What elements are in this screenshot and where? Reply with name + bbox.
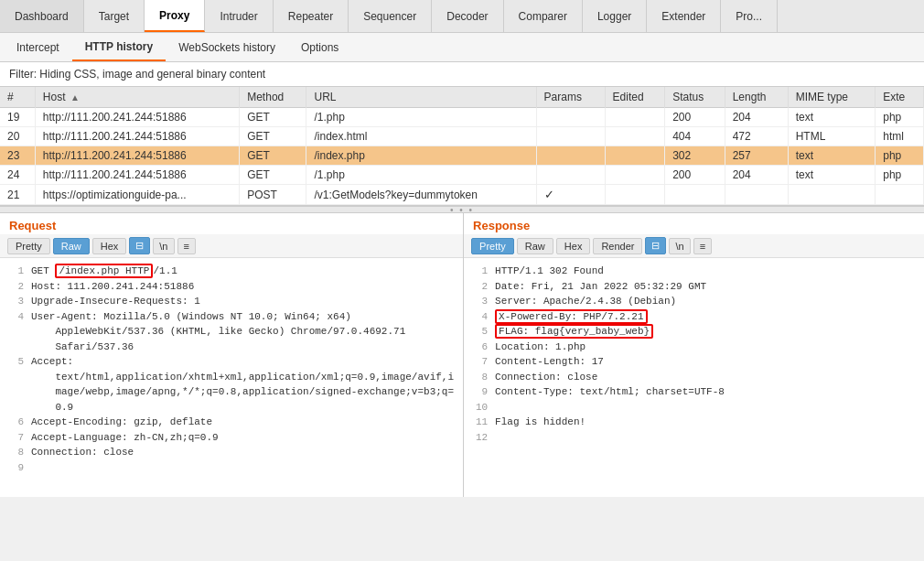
table-cell-col-4 xyxy=(536,127,605,146)
resp-line-num-10: 10 xyxy=(473,400,488,415)
subnav-http-history[interactable]: HTTP history xyxy=(72,33,166,61)
table-row[interactable]: 24http://111.200.241.244:51886GET/1.php2… xyxy=(0,166,924,185)
nav-repeater[interactable]: Repeater xyxy=(274,0,349,32)
response-btn-menu[interactable]: ≡ xyxy=(693,238,712,254)
subnav-intercept[interactable]: Intercept xyxy=(4,33,72,61)
table-cell-col-3: /1.php xyxy=(306,166,536,185)
table-cell-col-3: /index.html xyxy=(306,127,536,146)
nav-proxy[interactable]: Proxy xyxy=(145,0,205,32)
col-header-id[interactable]: # xyxy=(0,87,35,108)
request-panel: Request Pretty Raw Hex ⊟ \n ≡ 1 GET /ind… xyxy=(0,213,464,497)
table-cell-col-0: 21 xyxy=(0,185,35,205)
resp-line-6: 6 Location: 1.php xyxy=(473,340,915,355)
table-cell-col-7: 472 xyxy=(725,127,788,146)
drag-handle[interactable]: • • • xyxy=(0,206,924,213)
nav-logger[interactable]: Logger xyxy=(583,0,647,32)
line-content-4: User-Agent: Mozilla/5.0 (Windows NT 10.0… xyxy=(31,309,454,355)
nav-decoder[interactable]: Decoder xyxy=(432,0,503,32)
resp-line-content-3: Server: Apache/2.4.38 (Debian) xyxy=(495,294,915,309)
table-cell-col-5 xyxy=(605,108,665,127)
col-header-edited[interactable]: Edited xyxy=(605,87,665,108)
line-num-2: 2 xyxy=(9,279,24,295)
col-header-mime[interactable]: MIME type xyxy=(788,87,876,108)
col-header-host[interactable]: Host ▲ xyxy=(35,87,239,108)
nav-comparer[interactable]: Comparer xyxy=(504,0,583,32)
col-header-ext[interactable]: Exte xyxy=(876,87,924,108)
response-tab-render[interactable]: Render xyxy=(593,238,642,254)
request-tab-hex[interactable]: Hex xyxy=(92,238,127,254)
response-btn-target[interactable]: ⊟ xyxy=(645,237,666,254)
resp-line-7: 7 Content-Length: 17 xyxy=(473,354,915,370)
table-cell-col-1: http://111.200.241.244:51886 xyxy=(35,166,239,185)
table-row[interactable]: 19http://111.200.241.244:51886GET/1.php2… xyxy=(0,108,924,127)
response-tab-pretty[interactable]: Pretty xyxy=(471,238,514,254)
resp-line-num-9: 9 xyxy=(473,384,488,400)
table-cell-col-0: 20 xyxy=(0,127,35,146)
col-header-url[interactable]: URL xyxy=(306,87,536,108)
col-header-length[interactable]: Length xyxy=(725,87,788,108)
resp-line-content-10 xyxy=(495,400,915,415)
table-cell-col-6: 404 xyxy=(665,127,725,146)
filter-text: Hiding CSS, image and general binary con… xyxy=(39,68,265,81)
line-content-9 xyxy=(31,460,454,476)
table-header-row: # Host ▲ Method URL Params Edited Status… xyxy=(0,87,924,108)
table-cell-col-6 xyxy=(665,185,725,205)
line-num-3: 3 xyxy=(9,294,24,309)
resp-line-content-5: FLAG: flag{very_baby_web} xyxy=(495,324,915,340)
resp-line-num-6: 6 xyxy=(473,340,488,355)
filter-bar[interactable]: Filter: Hiding CSS, image and general bi… xyxy=(0,62,924,87)
table-cell-col-2: GET xyxy=(240,127,306,146)
resp-line-10: 10 xyxy=(473,400,915,415)
resp-line-num-7: 7 xyxy=(473,354,488,370)
request-btn-newline[interactable]: \n xyxy=(153,238,174,254)
nav-intruder[interactable]: Intruder xyxy=(205,0,273,32)
line-content-6: Accept-Encoding: gzip, deflate xyxy=(31,415,454,430)
resp-line-num-4: 4 xyxy=(473,309,488,325)
col-header-method[interactable]: Method xyxy=(240,87,306,108)
table-cell-col-4 xyxy=(536,146,605,166)
nav-dashboard[interactable]: Dashboard xyxy=(0,0,84,32)
nav-sequencer[interactable]: Sequencer xyxy=(349,0,432,32)
req-line-7: 7 Accept-Language: zh-CN,zh;q=0.9 xyxy=(9,430,454,446)
resp-line-9: 9 Content-Type: text/html; charset=UTF-8 xyxy=(473,384,915,400)
response-tab-hex[interactable]: Hex xyxy=(556,238,591,254)
nav-extender[interactable]: Extender xyxy=(647,0,721,32)
req-line-9: 9 xyxy=(9,460,454,476)
table-cell-col-7 xyxy=(725,185,788,205)
col-header-params[interactable]: Params xyxy=(536,87,605,108)
table-row[interactable]: 23http://111.200.241.244:51886GET/index.… xyxy=(0,146,924,166)
table-cell-col-9: php xyxy=(876,166,924,185)
resp-line-content-7: Content-Length: 17 xyxy=(495,354,915,370)
line-num-6: 6 xyxy=(9,415,24,430)
resp-line-content-2: Date: Fri, 21 Jan 2022 05:32:29 GMT xyxy=(495,279,915,295)
req-line-6: 6 Accept-Encoding: gzip, deflate xyxy=(9,415,454,430)
nav-pro[interactable]: Pro... xyxy=(721,0,778,32)
request-tab-pretty[interactable]: Pretty xyxy=(7,238,50,254)
table-cell-col-7: 204 xyxy=(725,166,788,185)
response-btn-newline[interactable]: \n xyxy=(669,238,690,254)
table-row[interactable]: 21https://optimizationguide-pa...POST/v1… xyxy=(0,185,924,205)
table-cell-col-2: GET xyxy=(240,146,306,166)
subnav-options[interactable]: Options xyxy=(288,33,351,61)
subnav-websockets[interactable]: WebSockets history xyxy=(166,33,288,61)
table-cell-col-1: http://111.200.241.244:51886 xyxy=(35,146,239,166)
resp-line-2: 2 Date: Fri, 21 Jan 2022 05:32:29 GMT xyxy=(473,279,915,295)
line-num-8: 8 xyxy=(9,445,24,460)
table-cell-col-3: /1.php xyxy=(306,108,536,127)
nav-target[interactable]: Target xyxy=(84,0,145,32)
table-cell-col-7: 257 xyxy=(725,146,788,166)
table-row[interactable]: 20http://111.200.241.244:51886GET/index.… xyxy=(0,127,924,146)
request-btn-menu[interactable]: ≡ xyxy=(177,238,196,254)
req-line-5: 5 Accept: text/html,application/xhtml+xm… xyxy=(9,354,454,415)
resp-line-content-11: Flag is hidden! xyxy=(495,415,915,430)
col-header-status[interactable]: Status xyxy=(665,87,725,108)
table-cell-col-5 xyxy=(605,146,665,166)
request-tab-raw[interactable]: Raw xyxy=(53,238,90,254)
resp-line-content-1: HTTP/1.1 302 Found xyxy=(495,264,915,279)
http-history-table: # Host ▲ Method URL Params Edited Status… xyxy=(0,87,924,205)
response-tab-raw[interactable]: Raw xyxy=(517,238,553,254)
table-cell-col-5 xyxy=(605,127,665,146)
table-cell-col-9: html xyxy=(876,127,924,146)
request-btn-target[interactable]: ⊟ xyxy=(129,237,150,254)
resp-line-num-8: 8 xyxy=(473,370,488,385)
